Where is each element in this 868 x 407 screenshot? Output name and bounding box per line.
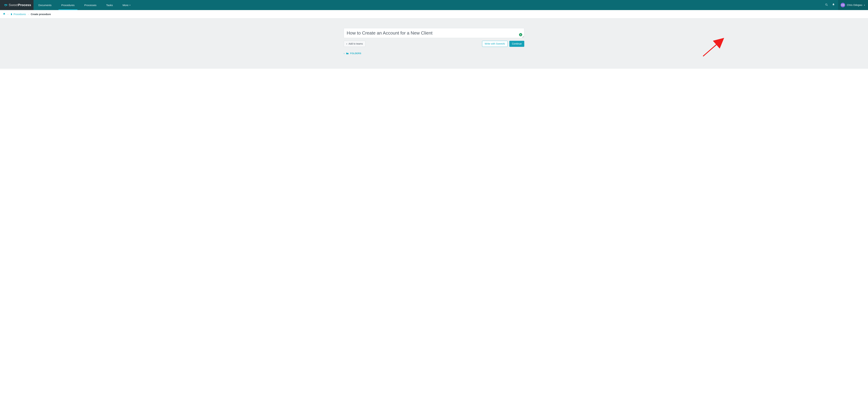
write-with-sweetai-button[interactable]: Write with SweetAI — [482, 41, 507, 47]
main-area: G › Add to teams Write with SweetAI Cont… — [0, 19, 868, 69]
nav-more[interactable]: More ▾ — [118, 0, 135, 10]
resize-handle-icon[interactable] — [522, 36, 524, 38]
nav-tasks[interactable]: Tasks — [101, 0, 118, 10]
add-to-teams-button[interactable]: › Add to teams — [344, 41, 365, 47]
form-actions-row: › Add to teams Write with SweetAI Contin… — [344, 41, 524, 47]
create-procedure-form: G › Add to teams Write with SweetAI Cont… — [344, 28, 524, 55]
breadcrumb-procedures[interactable]: Procedures — [10, 13, 26, 15]
nav-label: Procedures — [61, 4, 75, 7]
folders-label: FOLDERS — [350, 52, 361, 55]
nav-label: Documents — [38, 4, 52, 7]
continue-button[interactable]: Continue — [509, 41, 524, 47]
search-icon[interactable] — [825, 3, 828, 7]
top-nav: Documents Procedures Processes Tasks Mor… — [33, 0, 824, 10]
chevron-right-icon: › — [8, 13, 8, 15]
chevron-right-icon: › — [344, 52, 345, 55]
logo[interactable]: SweetProcess — [0, 0, 33, 10]
nav-processes[interactable]: Processes — [80, 0, 101, 10]
avatar: CO — [841, 3, 845, 7]
svg-point-0 — [4, 4, 7, 5]
bell-icon[interactable] — [832, 3, 835, 7]
breadcrumb: › Procedures › Create procedure — [0, 10, 868, 19]
svg-line-2 — [827, 5, 828, 6]
breadcrumb-current: Create procedure — [31, 13, 51, 15]
nav-label: Processes — [84, 4, 96, 7]
user-name: Chris Odogwu — [847, 4, 862, 6]
button-label: Add to teams — [349, 42, 363, 45]
logo-text: SweetProcess — [9, 3, 31, 7]
nav-procedures[interactable]: Procedures — [56, 0, 80, 10]
app-header: SweetProcess Documents Procedures Proces… — [0, 0, 868, 10]
button-label: Continue — [512, 42, 522, 45]
cup-icon — [4, 3, 8, 7]
chevron-down-icon: ▾ — [129, 4, 130, 6]
grammarly-icon[interactable]: G — [519, 33, 522, 36]
folders-toggle[interactable]: › FOLDERS — [344, 52, 361, 55]
chevron-right-icon: › — [28, 13, 29, 15]
folder-icon — [346, 52, 349, 55]
title-input-wrap: G — [344, 28, 524, 38]
user-menu[interactable]: CO Chris Odogwu ▾ — [838, 0, 868, 10]
nav-documents[interactable]: Documents — [33, 0, 56, 10]
procedure-title-input[interactable] — [344, 28, 524, 38]
breadcrumb-link-label: Procedures — [13, 13, 26, 15]
file-icon — [10, 13, 12, 15]
svg-point-1 — [826, 4, 827, 5]
button-label: Write with SweetAI — [485, 42, 505, 45]
header-actions — [824, 0, 838, 10]
chevron-down-icon: ▾ — [864, 4, 865, 6]
nav-label: More — [123, 4, 128, 7]
chevron-right-icon: › — [346, 42, 347, 45]
annotation-arrow-icon — [701, 37, 727, 58]
home-icon[interactable] — [3, 12, 5, 16]
nav-label: Tasks — [106, 4, 113, 7]
svg-line-3 — [703, 39, 722, 56]
